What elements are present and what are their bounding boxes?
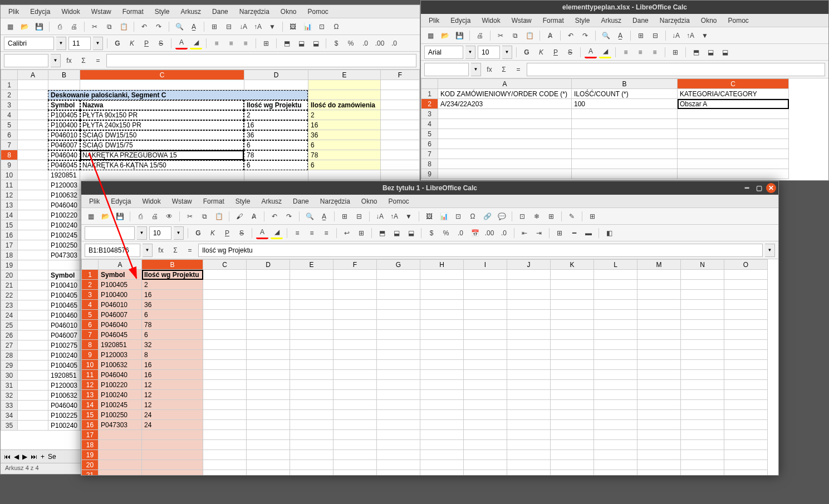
cell[interactable]: 12 — [142, 390, 203, 400]
menu-item[interactable]: Wstaw — [168, 196, 197, 207]
menu-item[interactable]: Okno — [276, 6, 301, 17]
cell[interactable]: 8 — [142, 350, 203, 360]
tab-prev-icon[interactable]: ◀ — [14, 453, 19, 461]
menu-item[interactable]: Wstaw — [507, 15, 536, 26]
redo-icon[interactable]: ↷ — [579, 29, 591, 42]
align-right-icon[interactable]: ≡ — [649, 46, 661, 58]
decimal-dec-icon[interactable]: .0 — [388, 37, 400, 50]
cell[interactable]: 6 — [308, 160, 380, 170]
indent-dec-icon[interactable]: ⇤ — [518, 227, 531, 239]
col-header[interactable]: D — [244, 70, 308, 80]
cell[interactable]: P047303 — [48, 250, 80, 260]
menu-item[interactable]: Widok — [477, 15, 504, 26]
cell[interactable]: P046040 — [48, 401, 80, 411]
size-dropdown-icon[interactable]: ▼ — [93, 37, 103, 50]
italic-icon[interactable]: K — [535, 46, 547, 58]
hyperlink-icon[interactable]: 🔗 — [481, 210, 493, 223]
valign-top-icon[interactable]: ⬒ — [376, 227, 388, 239]
col-header[interactable]: E — [290, 260, 333, 270]
highlight-icon[interactable]: ◢ — [271, 227, 283, 239]
cell[interactable]: 24 — [142, 420, 203, 430]
menu-item[interactable]: Arkusz — [176, 6, 205, 17]
cell[interactable]: 16 — [244, 120, 308, 130]
decimal-dec-icon[interactable]: .0 — [498, 227, 510, 239]
cell[interactable]: 24 — [142, 410, 203, 420]
clear-format-icon[interactable]: A̷ — [544, 29, 556, 42]
cell[interactable]: 1920851 — [99, 340, 142, 350]
menu-item[interactable]: Pomoc — [724, 15, 753, 26]
font-name-input[interactable]: Calibri — [4, 37, 54, 50]
cell[interactable]: P046010 — [99, 300, 142, 310]
cell[interactable]: 16 — [142, 360, 203, 370]
cell[interactable]: KATEGORIA/CATEGORY — [678, 89, 789, 99]
size-dropdown-icon[interactable]: ▼ — [174, 226, 184, 240]
copy-icon[interactable]: ⧉ — [103, 21, 115, 33]
font-dropdown-icon[interactable]: ▼ — [56, 37, 66, 50]
cell[interactable]: 2 — [142, 280, 203, 290]
cell[interactable]: 78 — [142, 320, 203, 330]
menu-item[interactable]: Style — [150, 6, 174, 17]
percent-icon[interactable]: % — [440, 227, 452, 239]
cell[interactable]: 6 — [244, 140, 308, 150]
paste-icon[interactable]: 📋 — [523, 29, 536, 42]
cell[interactable]: 78 — [244, 150, 308, 160]
size-dropdown-icon[interactable]: ▼ — [502, 46, 512, 59]
formula-input[interactable] — [106, 54, 416, 67]
filter-icon[interactable]: ▼ — [403, 210, 415, 223]
print-icon[interactable]: 🖨 — [474, 29, 486, 42]
cell-reference-input[interactable] — [424, 63, 469, 76]
tab-name[interactable]: Se — [48, 453, 56, 461]
underline-icon[interactable]: P — [550, 46, 562, 58]
align-left-icon[interactable]: ≡ — [620, 46, 632, 58]
headers-icon[interactable]: ⊡ — [516, 210, 528, 223]
sum-icon[interactable]: Σ — [169, 244, 182, 256]
cell[interactable]: 12 — [142, 380, 203, 390]
row-icon[interactable]: ⊞ — [635, 29, 647, 42]
active-cell[interactable]: Obszar A — [678, 99, 789, 109]
cell[interactable]: P046040 — [48, 200, 80, 210]
redo-icon[interactable]: ↷ — [283, 210, 295, 223]
col-header[interactable]: C — [203, 260, 247, 270]
cell[interactable]: P100400 — [48, 120, 80, 130]
open-icon[interactable]: 📂 — [99, 210, 111, 223]
bold-icon[interactable]: G — [192, 227, 204, 239]
tab-last-icon[interactable]: ⏭ — [31, 453, 37, 461]
menu-item[interactable]: Plik — [4, 6, 23, 17]
undo-icon[interactable]: ↶ — [565, 29, 577, 42]
cell[interactable]: 2 — [244, 110, 308, 120]
menubar-1[interactable]: Plik Edycja Widok Wstaw Format Style Ark… — [1, 5, 420, 18]
cell[interactable]: P100275 — [48, 340, 80, 350]
align-left-icon[interactable]: ≡ — [210, 37, 223, 50]
number-icon[interactable]: .0 — [454, 227, 467, 239]
align-center-icon[interactable]: ≡ — [225, 37, 237, 50]
cell[interactable]: P100410 — [48, 280, 80, 290]
chart-icon[interactable]: 📊 — [301, 21, 313, 33]
currency-icon[interactable]: $ — [425, 227, 438, 239]
cell[interactable]: P100632 — [48, 190, 80, 200]
col-header[interactable]: F — [333, 260, 377, 270]
cell[interactable]: P100460 — [48, 310, 80, 320]
underline-icon[interactable]: P — [140, 37, 153, 50]
new-icon[interactable]: ▦ — [424, 29, 436, 42]
menu-item[interactable]: Narzędzia — [235, 6, 274, 17]
cell[interactable]: P100400 — [99, 290, 142, 300]
cell[interactable]: P046007 — [48, 140, 80, 150]
open-icon[interactable]: 📂 — [439, 29, 451, 42]
strike-icon[interactable]: S — [236, 227, 248, 239]
cell[interactable]: 36 — [142, 300, 203, 310]
border-style-icon[interactable]: ━ — [568, 227, 580, 239]
cell[interactable]: ŚCIĄG DW15/75 — [80, 140, 244, 150]
menu-item[interactable]: Widok — [57, 6, 84, 17]
col-header[interactable]: J — [507, 260, 551, 270]
valign-bot-icon[interactable]: ⬓ — [719, 46, 731, 58]
cell[interactable]: 1920851 — [48, 170, 80, 180]
cell-reference-input[interactable]: B1:B1048576 — [85, 244, 140, 257]
align-center-icon[interactable]: ≡ — [634, 46, 646, 58]
image-icon[interactable]: 🖼 — [287, 21, 299, 33]
cell[interactable]: P100220 — [48, 210, 80, 220]
cell[interactable]: P100245 — [48, 230, 80, 240]
cell[interactable]: P046040 — [99, 320, 142, 330]
undo-icon[interactable]: ↶ — [268, 210, 281, 223]
col-header-selected[interactable]: C — [80, 70, 244, 80]
merge-icon[interactable]: ⊞ — [355, 227, 367, 239]
